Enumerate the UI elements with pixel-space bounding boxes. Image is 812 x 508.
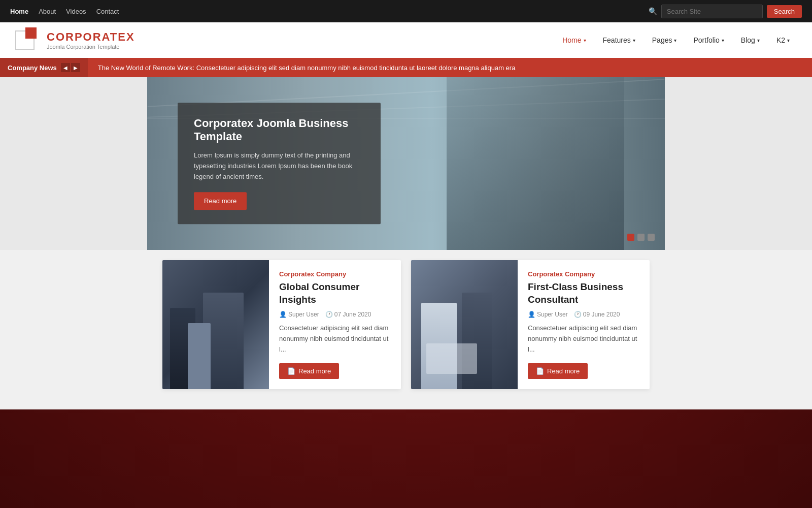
card-1-author: 👤 Super User xyxy=(279,311,319,318)
slider-dots xyxy=(627,234,655,241)
nav-k2-caret: ▾ xyxy=(787,38,790,43)
user-icon: 👤 xyxy=(279,311,287,318)
logo-icon xyxy=(15,27,41,53)
clock-icon-2: 🕐 xyxy=(574,311,582,318)
ticker-text: The New World of Remote Work: Consectetu… xyxy=(88,64,526,72)
top-nav-contact[interactable]: Contact xyxy=(96,8,119,15)
card-2-meta: 👤 Super User 🕐 09 June 2020 xyxy=(528,311,639,318)
clock-icon: 🕐 xyxy=(325,311,333,318)
card-1-date: 🕐 07 June 2020 xyxy=(325,311,371,318)
search-button[interactable]: Search xyxy=(767,5,802,18)
logo-area: CORPORATEX Joomla Corporation Template xyxy=(15,27,135,53)
content-area: Corporatex Company Global Consumer Insig… xyxy=(147,250,665,409)
card-2-image xyxy=(411,260,518,389)
nav-pages[interactable]: Pages ▾ xyxy=(645,32,684,48)
card-1: Corporatex Company Global Consumer Insig… xyxy=(162,260,401,389)
nav-features[interactable]: Features ▾ xyxy=(596,32,642,48)
ticker-arrows: ◀ ▶ xyxy=(61,63,80,72)
card-2-read-more-button[interactable]: 📄 Read more xyxy=(528,363,588,379)
card-1-body: Corporatex Company Global Consumer Insig… xyxy=(269,260,401,389)
ticker-label-text: Company News xyxy=(8,64,57,72)
card-1-excerpt: Consectetuer adipiscing elit sed diam no… xyxy=(279,323,391,355)
card-2-body: Corporatex Company First-Class Business … xyxy=(518,260,650,389)
nav-portfolio[interactable]: Portfolio ▾ xyxy=(686,32,731,48)
card-1-meta: 👤 Super User 🕐 07 June 2020 xyxy=(279,311,391,318)
card-1-image xyxy=(162,260,269,389)
card-2-author: 👤 Super User xyxy=(528,311,568,318)
ticker-prev-button[interactable]: ◀ xyxy=(61,63,70,72)
logo-text: CORPORATEX Joomla Corporation Template xyxy=(47,30,135,50)
nav-blog-caret: ▾ xyxy=(757,38,760,43)
hero-read-more-button[interactable]: Read more xyxy=(194,193,247,210)
logo-red-square xyxy=(25,27,37,39)
slider-dot-1[interactable] xyxy=(627,234,634,241)
top-nav-links: Home About Videos Contact xyxy=(10,8,119,15)
nav-blog[interactable]: Blog ▾ xyxy=(734,32,767,48)
slider-dot-3[interactable] xyxy=(648,234,655,241)
card-2-excerpt: Consectetuer adipiscing elit sed diam no… xyxy=(528,323,639,355)
logo-name-text: CORPORATEX xyxy=(47,30,135,43)
cards-container: Corporatex Company Global Consumer Insig… xyxy=(162,260,650,389)
nav-home-caret: ▾ xyxy=(584,38,586,43)
logo-tagline: Joomla Corporation Template xyxy=(47,44,135,50)
main-nav: Home ▾ Features ▾ Pages ▾ Portfolio ▾ Bl… xyxy=(555,32,797,48)
hero-slider: Corporatex Joomla Business Template Lore… xyxy=(147,77,665,250)
top-nav-about[interactable]: About xyxy=(39,8,56,15)
top-nav-home[interactable]: Home xyxy=(10,8,28,15)
card-1-read-more-button[interactable]: 📄 Read more xyxy=(279,363,339,379)
card-2-date: 🕐 09 June 2020 xyxy=(574,311,620,318)
card-2: Corporatex Company First-Class Business … xyxy=(411,260,650,389)
nav-pages-caret: ▾ xyxy=(674,38,676,43)
top-nav-videos[interactable]: Videos xyxy=(66,8,86,15)
top-nav-search-area: 🔍 Search xyxy=(649,5,802,18)
logo-name: CORPORATEX xyxy=(47,30,135,44)
card-1-title: Global Consumer Insights xyxy=(279,281,391,306)
card-2-read-more-label: Read more xyxy=(547,367,580,375)
card-1-category: Corporatex Company xyxy=(279,270,391,278)
card-2-category: Corporatex Company xyxy=(528,270,639,278)
hero-overlay: Corporatex Joomla Business Template Lore… xyxy=(178,103,381,224)
ticker-next-button[interactable]: ▶ xyxy=(71,63,80,72)
top-nav-bar: Home About Videos Contact 🔍 Search xyxy=(0,0,812,22)
nav-features-caret: ▾ xyxy=(633,38,635,43)
card-2-title: First-Class Business Consultant xyxy=(528,281,639,306)
main-header: CORPORATEX Joomla Corporation Template H… xyxy=(0,22,812,58)
slider-dot-2[interactable] xyxy=(637,234,645,241)
search-input[interactable] xyxy=(661,5,763,18)
hero-description: Lorem Ipsum is simply dummy text of the … xyxy=(194,150,364,182)
nav-portfolio-caret: ▾ xyxy=(722,38,724,43)
search-icon: 🔍 xyxy=(649,7,657,15)
nav-k2[interactable]: K2 ▾ xyxy=(769,32,797,48)
doc-icon: 📄 xyxy=(287,367,295,375)
user-icon-2: 👤 xyxy=(528,311,535,318)
news-ticker: Company News ◀ ▶ The New World of Remote… xyxy=(0,58,812,77)
nav-home[interactable]: Home ▾ xyxy=(555,32,593,48)
ticker-label-area: Company News ◀ ▶ xyxy=(0,58,88,77)
doc-icon-2: 📄 xyxy=(536,367,544,375)
hero-title: Corporatex Joomla Business Template xyxy=(194,117,364,143)
card-1-read-more-label: Read more xyxy=(298,367,331,375)
